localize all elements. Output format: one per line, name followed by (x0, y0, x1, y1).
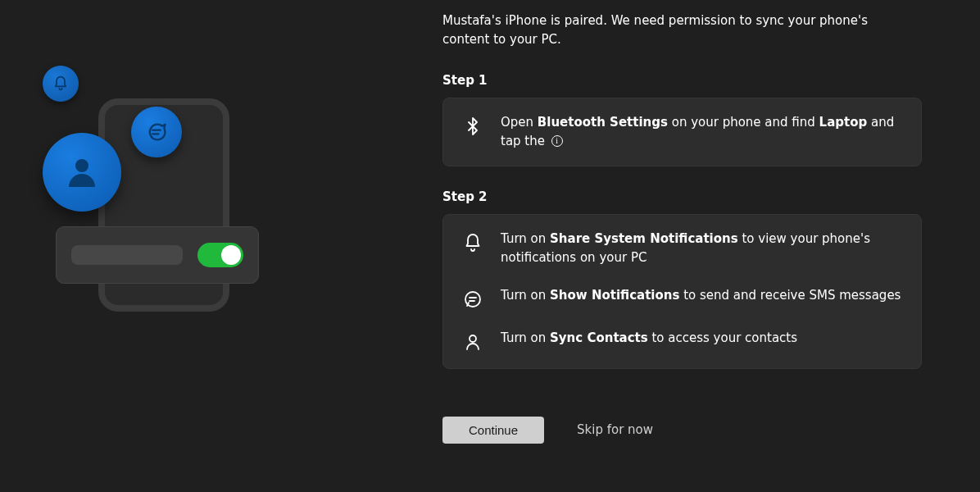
contact-icon (461, 330, 484, 353)
svg-point-2 (75, 159, 88, 172)
step-2-card: Turn on Share System Notifications to vi… (442, 214, 922, 369)
info-icon (551, 135, 563, 147)
chat-outline-icon (461, 288, 484, 311)
bell-outline-icon (461, 231, 484, 254)
illustration-panel (0, 0, 442, 492)
step-2-row-contacts: Turn on Sync Contacts to access your con… (461, 329, 903, 353)
chat-icon (131, 107, 182, 157)
setting-row-placeholder (71, 245, 183, 265)
step-1-text: Open Bluetooth Settings on your phone an… (501, 113, 903, 152)
step-2-row-notifications: Turn on Share System Notifications to vi… (461, 230, 903, 268)
step-1-card: Open Bluetooth Settings on your phone an… (442, 98, 922, 167)
bell-icon (43, 66, 79, 102)
step-2-text-2: Turn on Show Notifications to send and r… (501, 286, 901, 305)
step-1-section: Step 1 Open Bluetooth Settings on your p… (442, 73, 931, 190)
toggle-switch-on (197, 243, 243, 267)
content-panel: Mustafa's iPhone is paired. We need perm… (442, 0, 980, 492)
continue-button[interactable]: Continue (442, 417, 544, 444)
step-2-text-1: Turn on Share System Notifications to vi… (501, 230, 903, 268)
bluetooth-icon (461, 115, 484, 138)
step-2-text-3: Turn on Sync Contacts to access your con… (501, 329, 797, 348)
step-2-section: Step 2 Turn on Share System Notification… (442, 189, 931, 392)
step-2-label: Step 2 (442, 189, 931, 204)
step-1-row: Open Bluetooth Settings on your phone an… (461, 113, 903, 152)
intro-text: Mustafa's iPhone is paired. We need perm… (442, 11, 905, 50)
person-icon (43, 133, 121, 212)
settings-toggle-card (56, 226, 259, 284)
step-1-label: Step 1 (442, 73, 931, 88)
skip-link[interactable]: Skip for now (577, 422, 653, 437)
svg-point-6 (470, 335, 476, 342)
step-2-row-sms: Turn on Show Notifications to send and r… (461, 286, 903, 311)
toggle-knob (221, 245, 241, 265)
footer-actions: Continue Skip for now (442, 417, 931, 444)
